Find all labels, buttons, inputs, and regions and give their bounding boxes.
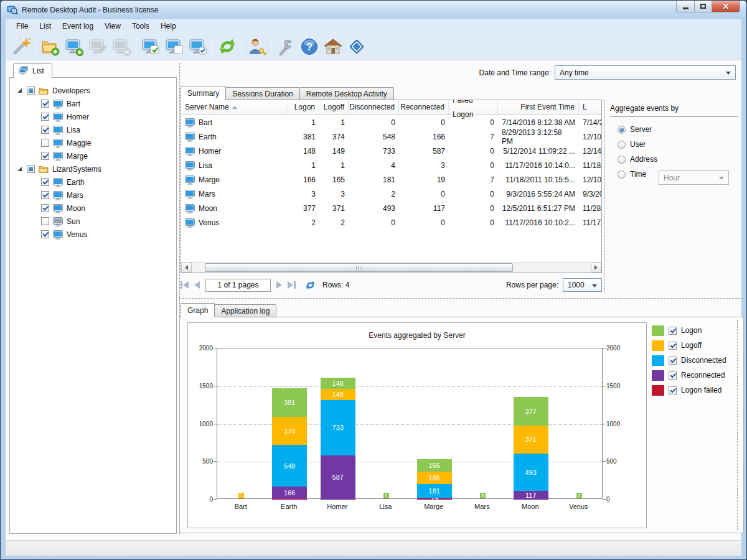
item-checkbox-moon[interactable] (41, 204, 49, 212)
time-unit-select[interactable]: Hour (659, 170, 729, 185)
legend-checkbox-logon-failed[interactable] (669, 386, 677, 394)
radio-address[interactable] (618, 156, 626, 164)
tree-item-earth[interactable]: Earth (10, 175, 176, 189)
table-row-moon[interactable]: Moon377371493117012/5/2011 6:51:27 PM11/… (181, 201, 602, 215)
splitter-legend[interactable] (737, 320, 738, 530)
radio-user[interactable] (618, 141, 626, 149)
group-checkbox-developers[interactable] (27, 86, 35, 95)
item-checkbox-earth[interactable] (41, 178, 49, 186)
legend-checkbox-disconnected[interactable] (669, 357, 677, 365)
menu-tools[interactable]: Tools (126, 20, 155, 32)
tab-application-log[interactable]: Application log (214, 304, 276, 317)
tree-item-mars[interactable]: Mars (10, 189, 176, 202)
menu-list[interactable]: List (34, 20, 57, 32)
wizard-wand-icon[interactable] (9, 35, 33, 58)
settings-wrench-icon[interactable] (274, 35, 298, 58)
aggregate-option-server[interactable]: Server (618, 124, 657, 134)
item-checkbox-venus[interactable] (41, 230, 49, 238)
tree-item-homer[interactable]: Homer (10, 110, 176, 123)
column-header-logon[interactable]: Logon (288, 100, 319, 114)
scroll-left-button[interactable] (181, 263, 192, 273)
splitter-horizontal[interactable] (179, 298, 743, 299)
table-row-marge[interactable]: Marge16616518119711/18/2011 10:15:5...12… (181, 172, 602, 187)
home-icon[interactable] (321, 35, 345, 58)
scroll-right-button[interactable] (591, 263, 601, 273)
tab-graph[interactable]: Graph (181, 303, 215, 317)
close-button[interactable]: ✕ (712, 1, 740, 12)
tree-item-maggie[interactable]: Maggie (10, 136, 176, 149)
table-row-venus[interactable]: Venus2200011/17/2016 10:10:2...11/17/ (181, 215, 602, 230)
next-page-button[interactable] (276, 281, 282, 289)
about-info-icon[interactable] (345, 35, 369, 58)
tree-item-venus[interactable]: Venus (10, 228, 176, 241)
column-header-logoff[interactable]: Logoff (319, 100, 349, 114)
menu-help[interactable]: Help (155, 20, 182, 32)
horizontal-scrollbar[interactable] (181, 262, 601, 273)
check-all-computers-icon[interactable] (139, 35, 162, 58)
radio-time[interactable] (618, 170, 626, 179)
table-row-lisa[interactable]: Lisa1143011/17/2016 10:14:0...11/18/ (181, 158, 602, 172)
tab-remote-desktop-activity[interactable]: Remote Desktop Activity (299, 87, 394, 100)
tree-item-bart[interactable]: Bart (10, 97, 176, 110)
rows-per-page-select[interactable]: 1000 (563, 278, 602, 292)
add-computer-icon[interactable] (62, 35, 86, 58)
table-row-earth[interactable]: Earth38137454816678/29/2013 3:12:58 PM12… (181, 129, 602, 144)
aggregate-option-user[interactable]: User (618, 139, 657, 149)
column-header-first-event-time[interactable]: First Event Time (498, 100, 579, 114)
minimize-button[interactable] (676, 1, 695, 12)
help-icon[interactable]: ? (298, 35, 321, 58)
legend-checkbox-reconnected[interactable] (669, 371, 677, 380)
tree-item-moon[interactable]: Moon (10, 202, 176, 215)
item-checkbox-marge[interactable] (41, 152, 49, 160)
refresh-icon[interactable] (215, 35, 239, 58)
folder-icon (39, 164, 49, 174)
menu-event-log[interactable]: Event log (57, 20, 99, 32)
legend-checkbox-logoff[interactable] (669, 342, 677, 350)
table-row-homer[interactable]: Homer14814973358705/12/2014 11:09:22 ...… (181, 144, 602, 158)
tree-item-sun[interactable]: Sun (10, 215, 176, 228)
scrollbar-thumb[interactable] (205, 263, 513, 272)
prev-page-button[interactable] (194, 281, 200, 289)
tree-item-marge[interactable]: Marge (10, 149, 176, 162)
user-accounts-icon[interactable] (245, 35, 268, 58)
radio-server[interactable] (618, 126, 626, 134)
tab-summary[interactable]: Summary (181, 86, 226, 100)
first-page-button[interactable] (181, 281, 189, 289)
tab-sessions-duration[interactable]: Sessions Duration (225, 87, 299, 100)
column-header-server-name[interactable]: Server Name (181, 100, 288, 114)
aggregate-option-address[interactable]: Address (618, 154, 657, 164)
item-checkbox-maggie[interactable] (41, 139, 49, 147)
item-checkbox-lisa[interactable] (41, 126, 49, 134)
tree-group-developers[interactable]: Developers (10, 84, 176, 97)
column-header-failed-logon[interactable]: Failed Logon (449, 100, 498, 114)
expander-icon[interactable] (17, 88, 22, 93)
tree-item-lisa[interactable]: Lisa (10, 123, 176, 136)
refresh-rows-icon[interactable] (305, 280, 316, 291)
check-selected-computers-icon[interactable] (186, 35, 210, 58)
last-page-button[interactable] (288, 281, 296, 289)
aggregate-option-time[interactable]: Time (618, 169, 657, 179)
tree-item-label: Marge (67, 152, 88, 161)
item-checkbox-mars[interactable] (41, 191, 49, 199)
item-checkbox-bart[interactable] (41, 100, 49, 108)
maximize-button[interactable] (694, 1, 712, 12)
add-group-icon[interactable] (39, 35, 62, 58)
computer-icon (53, 112, 63, 122)
menu-file[interactable]: File (11, 20, 34, 32)
expander-icon[interactable] (17, 167, 22, 171)
table-row-mars[interactable]: Mars332009/3/2016 5:55:24 AM9/3/20 (181, 187, 602, 201)
menu-view[interactable]: View (99, 20, 126, 32)
legend-checkbox-logon[interactable] (669, 327, 677, 335)
date-range-select[interactable]: Any time (555, 65, 736, 80)
tab-list[interactable]: List (13, 63, 52, 78)
group-checkbox-lizardsystems[interactable] (27, 165, 35, 173)
tree-group-lizardsystems[interactable]: LizardSystems (10, 162, 176, 175)
column-header-disconnected[interactable]: Disconnected (349, 100, 399, 114)
item-checkbox-sun[interactable] (41, 217, 49, 225)
column-header-l[interactable]: L (579, 100, 602, 114)
column-header-reconnected[interactable]: Reconnected (399, 100, 449, 114)
item-checkbox-homer[interactable] (41, 113, 49, 121)
uncheck-all-computers-icon[interactable] (162, 35, 186, 58)
page-number-box[interactable]: 1 of 1 pages (205, 279, 271, 292)
splitter-aggregate[interactable] (604, 100, 605, 293)
